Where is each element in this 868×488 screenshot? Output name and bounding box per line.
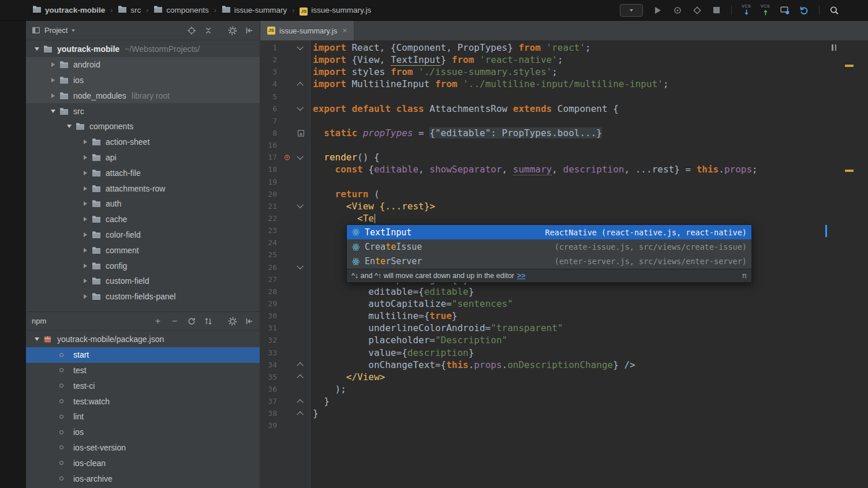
project-item-custom-field[interactable]: custom-field bbox=[26, 273, 260, 289]
code-text[interactable] bbox=[310, 91, 313, 103]
stop-button[interactable] bbox=[712, 5, 721, 15]
close-icon[interactable]: × bbox=[342, 27, 347, 35]
project-item-color-field[interactable]: color-field bbox=[26, 227, 260, 243]
chevron-collapsed-icon[interactable] bbox=[79, 248, 92, 253]
chevron-down-icon[interactable] bbox=[72, 29, 75, 32]
code-text[interactable]: underlineColorAndroid="transparent" bbox=[310, 322, 563, 334]
project-item-config[interactable]: config bbox=[26, 258, 260, 273]
add-button[interactable]: + bbox=[153, 316, 163, 326]
code-line-18[interactable]: 18 const {editable, showSeparator, summa… bbox=[260, 163, 868, 175]
gutter-line[interactable]: 24 bbox=[260, 237, 310, 249]
code-text[interactable]: placeholder="Description" bbox=[310, 334, 507, 346]
line-number[interactable]: 37 bbox=[260, 397, 277, 406]
chevron-collapsed-icon[interactable] bbox=[79, 232, 92, 237]
hide-panel-button[interactable] bbox=[244, 316, 254, 326]
fold-marker-icon[interactable] bbox=[297, 263, 303, 269]
chevron-expanded-icon[interactable] bbox=[47, 110, 59, 113]
project-item-android[interactable]: android bbox=[26, 57, 260, 73]
gutter-line[interactable]: 37 bbox=[260, 395, 310, 407]
warning-stripe-mark[interactable] bbox=[845, 65, 854, 67]
project-item-youtrack-mobile[interactable]: youtrack-mobile~/WebstormProjects/ bbox=[26, 42, 260, 57]
line-number[interactable]: 2 bbox=[260, 55, 277, 64]
npm-item-test-ci[interactable]: test-ci bbox=[26, 378, 260, 393]
npm-item-start[interactable]: start bbox=[26, 347, 260, 363]
code-text[interactable]: <View {...rest}> bbox=[310, 200, 435, 212]
vcs-push-button[interactable]: VCS bbox=[761, 4, 770, 16]
code-text[interactable] bbox=[310, 139, 313, 151]
gutter-line[interactable]: 8+ bbox=[260, 127, 310, 139]
line-number[interactable]: 3 bbox=[260, 67, 277, 76]
breadcrumb-item-src[interactable]: src bbox=[118, 5, 141, 16]
gutter-line[interactable]: 27 bbox=[260, 273, 310, 286]
line-number[interactable]: 39 bbox=[260, 421, 277, 430]
gutter-line[interactable]: 23 bbox=[260, 224, 310, 237]
code-text[interactable]: static propTypes = {"editable": PropType… bbox=[310, 127, 602, 139]
line-number[interactable]: 34 bbox=[260, 361, 277, 369]
chevron-collapsed-icon[interactable] bbox=[79, 186, 92, 191]
code-line-1[interactable]: 1import React, {Component, PropTypes} fr… bbox=[260, 42, 868, 54]
line-number[interactable]: 17 bbox=[260, 153, 277, 162]
undo-button[interactable] bbox=[799, 5, 809, 15]
line-number[interactable]: 35 bbox=[260, 373, 277, 381]
code-text[interactable]: const {editable, showSeparator, summary,… bbox=[310, 163, 758, 175]
fold-marker-icon[interactable] bbox=[297, 153, 303, 159]
chevron-collapsed-icon[interactable] bbox=[47, 78, 59, 82]
npm-item-ios-set-version[interactable]: ios-set-version bbox=[26, 440, 260, 456]
vcs-update-button[interactable]: VCS bbox=[742, 4, 751, 16]
code-text[interactable]: import MultilineInput from '../multiline… bbox=[310, 78, 669, 90]
gutter-line[interactable]: 7 bbox=[260, 115, 310, 127]
code-line-2[interactable]: 2import {View, TextInput} from 'react-na… bbox=[260, 54, 868, 66]
chevron-collapsed-icon[interactable] bbox=[47, 62, 59, 67]
chevron-collapsed-icon[interactable] bbox=[79, 171, 92, 175]
code-line-4[interactable]: 4import MultilineInput from '../multilin… bbox=[260, 78, 868, 90]
chevron-collapsed-icon[interactable] bbox=[79, 155, 92, 160]
line-number[interactable]: 22 bbox=[260, 214, 277, 223]
settings-button[interactable] bbox=[227, 25, 237, 35]
line-number[interactable]: 18 bbox=[260, 165, 277, 174]
code-text[interactable] bbox=[310, 249, 313, 261]
project-item-auth[interactable]: auth bbox=[26, 196, 260, 212]
code-line-32[interactable]: 32 placeholder="Description" bbox=[260, 334, 868, 346]
fold-marker-icon[interactable] bbox=[297, 411, 303, 418]
chevron-collapsed-icon[interactable] bbox=[79, 201, 92, 206]
project-item-comment[interactable]: comment bbox=[26, 242, 260, 258]
gutter-line[interactable]: 20 bbox=[260, 188, 310, 200]
project-item-custom-fields-panel[interactable]: custom-fields-panel bbox=[26, 289, 260, 305]
breadcrumb-item-issue-summary[interactable]: issue-summary bbox=[222, 5, 287, 16]
line-number[interactable]: 33 bbox=[260, 348, 277, 357]
locate-button[interactable] bbox=[186, 25, 196, 35]
gutter-line[interactable]: 6 bbox=[260, 103, 310, 115]
code-text[interactable]: export default class AttachmentsRow exte… bbox=[310, 103, 619, 115]
code-text[interactable] bbox=[310, 224, 313, 237]
gutter-line[interactable]: 5 bbox=[260, 91, 310, 103]
gutter-line[interactable]: 1 bbox=[260, 42, 310, 54]
line-number[interactable]: 36 bbox=[260, 385, 277, 393]
project-item-cache[interactable]: cache bbox=[26, 212, 260, 227]
code-text[interactable]: } bbox=[310, 407, 319, 419]
line-number[interactable]: 20 bbox=[260, 190, 277, 198]
npm-item-test[interactable]: test bbox=[26, 363, 260, 378]
line-number[interactable]: 19 bbox=[260, 178, 277, 186]
gutter-line[interactable]: 29 bbox=[260, 298, 310, 310]
code-line-20[interactable]: 20 return ( bbox=[260, 188, 868, 200]
refresh-button[interactable] bbox=[186, 316, 196, 326]
code-text[interactable]: onChangeText={this.props.onDescriptionCh… bbox=[310, 359, 635, 371]
code-line-38[interactable]: 38} bbox=[260, 407, 868, 419]
code-line-36[interactable]: 36 ); bbox=[260, 383, 868, 395]
gutter-line[interactable]: 26 bbox=[260, 261, 310, 273]
code-line-33[interactable]: 33 value={description} bbox=[260, 347, 868, 359]
line-number[interactable]: 7 bbox=[260, 117, 277, 125]
code-line-39[interactable]: 39 bbox=[260, 419, 868, 431]
vcs-changes-button[interactable] bbox=[780, 5, 790, 15]
gutter-line[interactable]: 19 bbox=[260, 176, 310, 188]
project-item-api[interactable]: api bbox=[26, 150, 260, 166]
npm-item-test:watch[interactable]: test:watch bbox=[26, 393, 260, 409]
project-item-node_modules[interactable]: node_moduleslibrary root bbox=[26, 88, 260, 103]
chevron-expanded-icon[interactable] bbox=[31, 337, 43, 341]
settings-button[interactable] bbox=[227, 316, 237, 326]
fold-marker-icon[interactable] bbox=[297, 362, 303, 369]
gutter-line[interactable]: 34 bbox=[260, 359, 310, 371]
code-line-3[interactable]: 3import styles from './issue-summary.sty… bbox=[260, 66, 868, 78]
project-item-attachments-row[interactable]: attachments-row bbox=[26, 181, 260, 196]
npm-item-ios-clean[interactable]: ios-clean bbox=[26, 455, 260, 471]
